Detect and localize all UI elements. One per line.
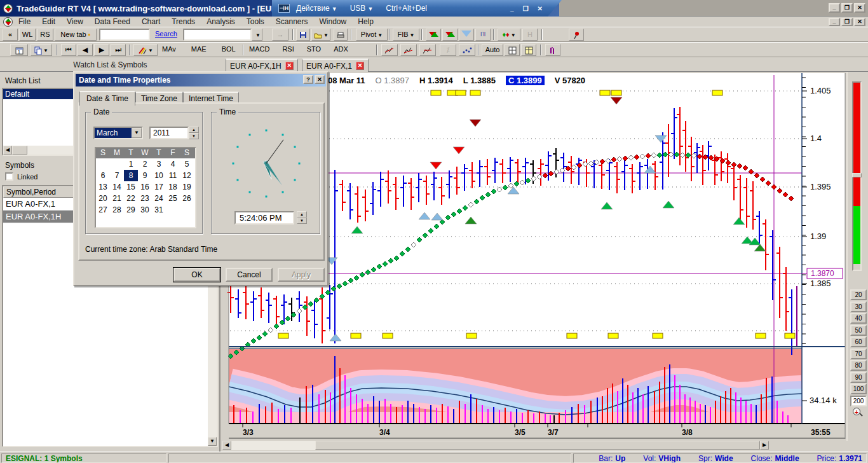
year-field[interactable]: 2011 [149,127,189,139]
calendar-day[interactable]: 4 [166,158,180,170]
volume-scale-50-button[interactable]: 50 [850,325,867,336]
bars-tool-button[interactable]: ǀ˥ǀ [475,29,491,41]
calendar-day[interactable] [96,158,110,170]
symbol-input[interactable] [99,29,150,41]
ok-button[interactable]: OK [173,268,220,282]
calendar-day[interactable]: 28 [110,204,124,216]
calendar-day[interactable]: 29 [124,204,138,216]
layout-table-button[interactable] [521,44,536,56]
layout-grid-button[interactable] [505,44,520,56]
calendar-day[interactable]: 27 [96,204,110,216]
volume-scale-30-button[interactable]: 30 [850,301,867,312]
combo-drop-button[interactable]: ▼ [252,29,262,41]
close-button[interactable]: ✕ [854,3,865,13]
linked-checkbox[interactable] [5,172,13,181]
time-field[interactable]: 5:24:06 PM [234,211,294,225]
next-bar-button[interactable]: ▶ [94,44,109,56]
menu-view[interactable]: View [67,17,83,26]
calendar-day[interactable]: 5 [180,158,194,170]
tab-close-icon[interactable]: ✕ [285,62,294,70]
vm-ctrl-alt-del-button[interactable]: Ctrl+Alt+Del [386,4,427,13]
blue-signal-button[interactable] [459,29,474,41]
studies-dropdown[interactable]: ▼ [133,44,158,56]
indicator-bol-button[interactable]: BOL [222,45,236,53]
indicator-rsi-button[interactable]: RSI [282,45,294,53]
calendar-day[interactable]: 18 [166,181,180,193]
year-spinner[interactable]: ▲▼ [189,127,199,139]
search-combobox[interactable] [183,29,252,41]
calendar-day[interactable]: 14 [110,181,124,193]
scroll-left-button[interactable]: ◀ [3,146,12,155]
last-bar-button[interactable]: ⏭ [111,44,126,56]
signal-updown-button[interactable] [426,29,441,41]
watch-list-button[interactable]: WL [19,29,36,41]
indicator-mav-button[interactable]: MAv [162,45,176,53]
child-restore-button[interactable]: ❐ [841,18,853,26]
fib-dropdown[interactable]: FIB▼ [393,29,419,41]
calendar-day[interactable]: 26 [180,193,194,204]
gauge-handle[interactable] [852,173,862,177]
menu-tools[interactable]: Tools [247,17,264,26]
menu-data-feed[interactable]: Data Feed [95,17,130,26]
calendar-day[interactable]: 15 [124,181,138,193]
collapse-button[interactable]: « [3,29,18,41]
vm-close-button[interactable]: ✕ [538,5,543,12]
calendar-day[interactable]: 30 [138,204,152,216]
calendar-day[interactable]: 6 [96,170,110,181]
cancel-button[interactable]: Cancel [226,268,273,282]
pivot-dropdown[interactable]: Pivot▼ [356,29,388,41]
indicator-mae-button[interactable]: MAE [191,45,207,53]
calendar-day[interactable]: 20 [96,193,110,204]
menu-window[interactable]: Window [320,17,347,26]
dotted-study-button[interactable] [459,44,475,56]
calendar-day[interactable]: 13 [96,181,110,193]
chart-hscrollbar[interactable]: ◀ ▶ [222,441,769,450]
scroll-thumb[interactable] [315,441,760,450]
menu-file[interactable]: File [18,17,31,26]
menu-analysis[interactable]: Analysis [207,17,235,26]
calendar-day[interactable]: 19 [180,181,194,193]
new-tab-button[interactable]: New tab ▪ [55,29,97,41]
volume-scale-20-button[interactable]: 20 [850,289,867,300]
calendar-day[interactable]: 10 [152,170,166,181]
vm-minimize-button[interactable]: _ [510,5,514,12]
diamonds-dropdown[interactable]: ♦♦▼ [498,29,520,41]
trend-tool-2-button[interactable] [400,44,417,56]
indicator-macd-button[interactable]: MACD [249,45,269,53]
chevron-down-icon[interactable]: ▼ [132,128,142,138]
calendar-day[interactable]: 17 [152,181,166,193]
menu-chart[interactable]: Chart [142,17,160,26]
calendar-day[interactable] [110,158,124,170]
volume-scale-80-button[interactable]: 80 [850,360,867,371]
volume-profile-button[interactable] [545,44,560,56]
volume-scale-90-button[interactable]: 90 [850,372,867,383]
calendar-day[interactable]: 12 [180,170,194,181]
tab-close-icon[interactable]: ✕ [356,62,364,70]
open-button[interactable]: ▼ [311,29,330,41]
first-bar-button[interactable]: ⏮ [61,44,76,56]
volume-scale-100-button[interactable]: 100 [850,384,867,394]
zoom-button[interactable]: + [853,408,863,418]
menu-scanners[interactable]: Scanners [276,17,308,26]
vm-action-menu[interactable]: Действие▼ [296,4,337,13]
calendar-button[interactable]: 1 [10,44,28,56]
indicator-sto-button[interactable]: STO [307,45,321,53]
calendar-day[interactable]: 16 [138,181,152,193]
menu-edit[interactable]: Edit [42,17,55,26]
trend-tool-1-button[interactable] [381,44,398,56]
month-dropdown[interactable]: March ▼ [93,127,143,139]
time-spinner[interactable]: ▲▼ [297,211,307,224]
scroll-down-button[interactable]: ▼ [208,437,217,446]
dialog-close-button[interactable]: ✕ [315,75,325,84]
volume-scale-70-button[interactable]: 70 [850,349,867,359]
calendar-day[interactable]: 2 [138,158,152,170]
scroll-left-button[interactable]: ◀ [222,441,231,450]
child-window-icon[interactable] [3,17,13,27]
calendar-day[interactable]: 22 [124,193,138,204]
calendar-day[interactable]: 9 [138,170,152,181]
search-link[interactable]: Search [155,30,177,38]
calendar-day[interactable]: 3 [152,158,166,170]
child-minimize-button[interactable]: _ [829,18,840,26]
chart-tab-EUR-A0-FX-1H[interactable]: EUR A0-FX,1H✕ [226,59,298,72]
volume-scale-200-button[interactable]: 200 [850,396,867,406]
